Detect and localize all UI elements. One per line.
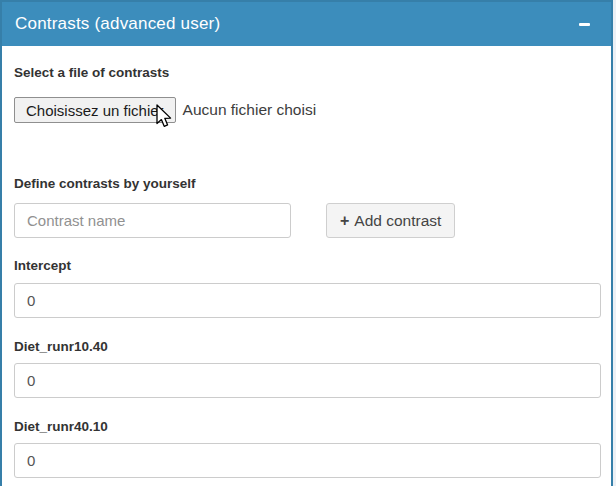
add-contrast-button-label: Add contrast xyxy=(354,212,441,230)
panel-body: Select a file of contrasts Choisissez un… xyxy=(2,46,611,486)
coefficient-label-diet-runr10-40: Diet_runr10.40 xyxy=(14,339,599,355)
file-input: Choisissez un fichier Aucun fichier choi… xyxy=(14,97,599,123)
panel-title: Contrasts (advanced user) xyxy=(15,14,220,34)
coefficient-input-diet-runr40-10[interactable] xyxy=(14,443,601,478)
plus-icon xyxy=(340,212,349,230)
coefficient-input-diet-runr10-40[interactable] xyxy=(14,363,601,398)
panel-header: Contrasts (advanced user) xyxy=(2,0,611,46)
file-input-label: Select a file of contrasts xyxy=(14,65,599,81)
minus-icon xyxy=(579,23,590,26)
file-status-text: Aucun fichier choisi xyxy=(183,101,317,119)
choose-file-button[interactable]: Choisissez un fichier xyxy=(14,97,176,123)
define-contrast-row: Add contrast xyxy=(14,203,599,238)
define-contrasts-label: Define contrasts by yourself xyxy=(14,176,599,192)
add-contrast-button[interactable]: Add contrast xyxy=(326,203,455,238)
contrasts-panel: Contrasts (advanced user) Select a file … xyxy=(0,0,613,486)
coefficient-label-intercept: Intercept xyxy=(14,258,599,274)
coefficient-label-diet-runr40-10: Diet_runr40.10 xyxy=(14,419,599,435)
contrast-name-input[interactable] xyxy=(14,203,291,238)
coefficient-input-intercept[interactable] xyxy=(14,283,601,318)
collapse-button[interactable] xyxy=(576,16,592,32)
